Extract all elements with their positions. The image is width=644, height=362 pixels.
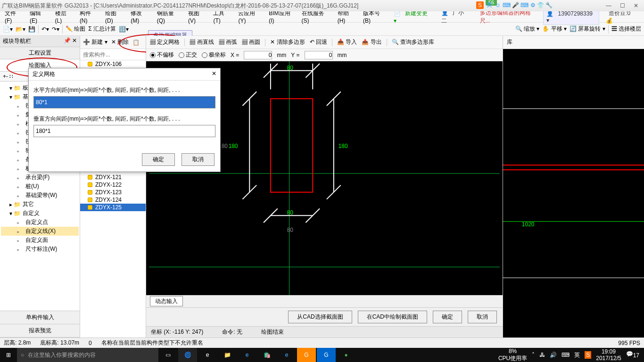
app-edge[interactable]: e <box>198 348 217 362</box>
draw-button[interactable]: ✏️ 绘图 <box>66 25 85 33</box>
taskbar-search[interactable]: ○ 在这里输入你要搜索的内容 <box>17 348 158 362</box>
zoom-button[interactable]: 🔍 缩放 ▾ <box>515 25 540 33</box>
redo-icon[interactable]: ↷▾ <box>52 26 59 33</box>
tray-lang[interactable]: 英 <box>574 351 580 359</box>
cortana-icon: ○ <box>21 352 24 358</box>
nav-pin-icon[interactable]: 📌 ✕ <box>64 37 77 45</box>
tray-up-icon[interactable]: ˄ <box>532 352 535 358</box>
tray-sogou[interactable]: S <box>585 351 591 359</box>
delete-component-button[interactable]: ✕ 删除 <box>111 38 129 46</box>
tray-vol-icon[interactable]: 🔊 <box>550 352 557 358</box>
tree-item[interactable]: ▫桩(U) <box>1 182 79 191</box>
lib-label[interactable]: 库 <box>507 38 512 46</box>
import-button[interactable]: 📥 导入 <box>337 38 357 46</box>
right-canvas[interactable]: 1020 <box>503 49 644 337</box>
tree-custom[interactable]: ▾ 📁 自定义 <box>1 209 79 218</box>
nav-report[interactable]: 报表预览 <box>0 324 80 337</box>
svg-text:180: 180 <box>339 143 348 149</box>
sogou-icon[interactable]: S <box>476 1 484 9</box>
open-file-icon[interactable]: 📂▾ <box>16 26 25 33</box>
app-ie[interactable]: e <box>277 348 296 362</box>
x-input[interactable] <box>244 51 272 59</box>
list-item[interactable]: ZDYX-125 <box>80 204 146 211</box>
define-grid-button[interactable]: ▦ 定义网格 <box>150 38 180 46</box>
tree-item[interactable]: ▫尺寸标注(W) <box>1 245 79 254</box>
dialog-ok-button[interactable]: 确定 <box>142 153 175 166</box>
ime-lang[interactable]: 英 <box>487 1 492 9</box>
clear-polygon-button[interactable]: ✕ 清除多边形 <box>270 38 305 46</box>
canvas-ok-button[interactable]: 确定 <box>433 311 462 323</box>
new-file-icon[interactable]: 📄▾ <box>3 26 13 33</box>
close-button[interactable]: ✕ <box>634 2 638 9</box>
tray-clock[interactable]: 19:092017/12/5 <box>596 348 621 362</box>
radio-ortho[interactable]: 正交 <box>179 51 197 59</box>
status-bar: 层高: 2.8m 底标高: 13.07m 0 名称在当前层当前构件类型下不允许重… <box>0 337 644 348</box>
tree-item[interactable]: ▫自定义线(X) <box>1 227 79 236</box>
search-input[interactable] <box>80 49 146 60</box>
app-g2[interactable]: G <box>317 348 336 362</box>
list-item[interactable]: ZDYX-122 <box>80 181 146 189</box>
tree-other[interactable]: ▸ 📁 其它 <box>1 200 79 209</box>
tree-item[interactable]: ▫承台梁(F) <box>1 173 79 182</box>
minimize-button[interactable]: — <box>606 2 611 9</box>
save-icon[interactable]: 💾 <box>28 26 35 33</box>
select-floor-button[interactable]: ☰ 选择楼层 <box>611 25 641 33</box>
copy-icon[interactable]: 📋 <box>132 39 140 46</box>
pan-button[interactable]: ✋ 平移 ▾ <box>542 25 567 33</box>
query-button[interactable]: 🔍 查询多边形库 <box>392 38 434 46</box>
task-view-icon[interactable]: ▭ <box>158 348 177 362</box>
radio-polar[interactable]: 极坐标 <box>202 51 226 59</box>
dialog-cancel-button[interactable]: 取消 <box>182 153 215 166</box>
tree-item[interactable]: ▫自定义面 <box>1 236 79 245</box>
app-chrome[interactable]: ● <box>337 348 355 362</box>
ime-icons[interactable]: ☺ ⌨ 🎤 ⌨ ⚙ 👕 🔧 <box>495 2 553 8</box>
tree-item[interactable]: ▫基础梁带(W) <box>1 191 79 200</box>
app-explorer[interactable]: 📁 <box>218 348 237 362</box>
app-store[interactable]: 🛍️ <box>257 348 276 362</box>
nav-tab-project[interactable]: 工程设置 <box>0 47 80 59</box>
title-bar: 广联达BIM钢筋算量软件 GGJ2013 - [C:\Users\Adminis… <box>0 0 644 11</box>
tray-notif[interactable]: 💬17 <box>626 351 639 359</box>
draw-line-button[interactable]: ▦ 画直线 <box>190 38 214 46</box>
app-1[interactable]: 🌀 <box>178 348 197 362</box>
list-item[interactable]: ZDYX-124 <box>80 196 146 204</box>
cmd-text: 命令: 无 <box>222 328 242 336</box>
radio-no-offset[interactable]: 不偏移 <box>150 51 174 59</box>
maximize-button[interactable]: ☐ <box>620 2 625 9</box>
svg-text:80: 80 <box>287 209 294 216</box>
dynamic-input-button[interactable]: 动态输入 <box>150 296 183 306</box>
tray-kb-icon[interactable]: ⌨ <box>561 352 570 358</box>
start-button[interactable]: ⊞ <box>0 352 17 358</box>
nav-single-input[interactable]: 单构件输入 <box>0 311 80 324</box>
y-input[interactable] <box>305 51 333 59</box>
canvas-cancel-button[interactable]: 取消 <box>468 311 497 323</box>
export-button[interactable]: 📤 导出 <box>362 38 381 46</box>
h-spacing-label: 水平方向间距(mm)=>间距*个数, 间距, 间距*个数, 间距, . . . <box>33 86 215 94</box>
canvas-toolbar: ▦ 定义网格 ▦ 画直线 ▦ 画弧 ▦ 画圆 ✕ 清除多边形 ↶ 回退 📥 导入… <box>146 36 503 49</box>
list-item[interactable]: ZDYX-123 <box>80 189 146 196</box>
cad-select-button[interactable]: 从CAD选择截面图 <box>288 311 352 323</box>
list-item[interactable]: ZDYX-121 <box>80 173 146 181</box>
rotate-button[interactable]: 🔄 屏幕旋转 ▾ <box>570 25 605 33</box>
svg-text:180: 180 <box>229 143 238 149</box>
undo-icon[interactable]: ↶▾ <box>41 26 49 33</box>
h-spacing-input[interactable] <box>33 96 215 108</box>
app-g1[interactable]: G <box>297 348 316 362</box>
draw-arc-button[interactable]: ▦ 画弧 <box>219 38 237 46</box>
status-msg: 名称在当前层当前构件类型下不允许重名 <box>101 339 203 347</box>
menu-bar: 文件(F) 编辑(E) 楼层(L) 构件(N) 绘图(D) 修改(M) 钢筋量(… <box>0 11 644 23</box>
tray-net-icon[interactable]: 🖧 <box>539 352 545 358</box>
new-component-button[interactable]: ➕ 新建 ▾ <box>83 38 107 46</box>
calc-icon[interactable]: 🔢▾ <box>119 26 129 33</box>
sum-button[interactable]: Σ 汇总计算 <box>88 25 116 33</box>
cad-draw-button[interactable]: 在CAD中绘制截面图 <box>358 311 427 323</box>
dialog-close-button[interactable]: ✕ <box>212 70 216 78</box>
tree-item[interactable]: ▫自定义点 <box>1 218 79 227</box>
app-edge2[interactable]: e <box>238 348 256 362</box>
cpu-usage[interactable]: 8% CPU使用率 <box>498 348 527 362</box>
v-spacing-input[interactable] <box>33 125 215 137</box>
back-button[interactable]: ↶ 回退 <box>310 38 327 46</box>
list-item[interactable]: ZDYX-106 <box>80 60 146 68</box>
right-toolbar: 库 <box>503 36 644 49</box>
draw-circle-button[interactable]: ▦ 画圆 <box>242 38 260 46</box>
